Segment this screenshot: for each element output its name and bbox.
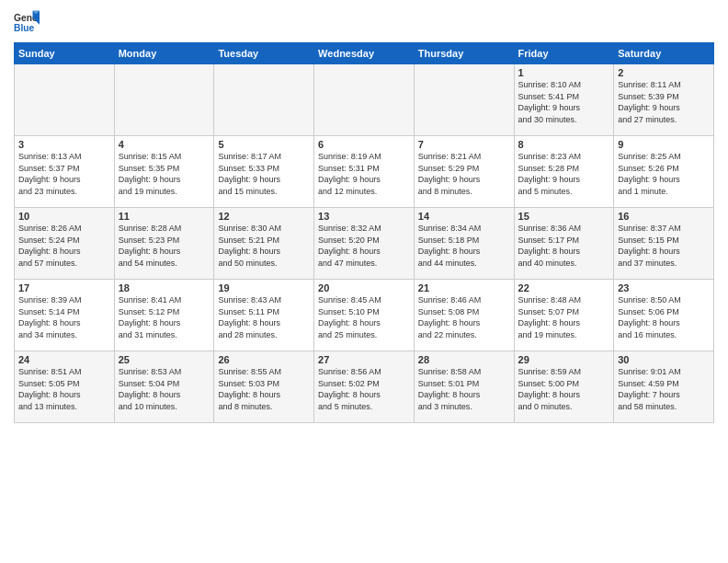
weekday-header-saturday: Saturday [614,43,714,64]
day-number: 15 [518,211,610,222]
table-cell: 17Sunrise: 8:39 AM Sunset: 5:14 PM Dayli… [15,280,115,351]
day-number: 10 [18,211,110,222]
table-cell: 16Sunrise: 8:37 AM Sunset: 5:15 PM Dayli… [614,208,714,280]
day-info: Sunrise: 8:39 AM Sunset: 5:14 PM Dayligh… [18,294,110,340]
day-number: 23 [618,282,710,293]
day-number: 16 [618,211,710,222]
day-number: 25 [119,354,210,365]
table-cell [214,64,314,136]
day-info: Sunrise: 8:51 AM Sunset: 5:05 PM Dayligh… [18,366,110,412]
day-info: Sunrise: 8:23 AM Sunset: 5:28 PM Dayligh… [518,151,610,197]
day-info: Sunrise: 8:26 AM Sunset: 5:24 PM Dayligh… [18,223,110,269]
day-number: 26 [218,354,310,365]
day-info: Sunrise: 8:25 AM Sunset: 5:26 PM Dayligh… [618,151,710,197]
table-cell: 23Sunrise: 8:50 AM Sunset: 5:06 PM Dayli… [614,280,714,351]
table-cell: 7Sunrise: 8:21 AM Sunset: 5:29 PM Daylig… [414,136,514,208]
day-info: Sunrise: 8:15 AM Sunset: 5:35 PM Dayligh… [119,151,210,197]
day-info: Sunrise: 8:21 AM Sunset: 5:29 PM Dayligh… [418,151,510,197]
header: General Blue [14,9,714,35]
table-cell [15,64,115,136]
day-info: Sunrise: 8:48 AM Sunset: 5:07 PM Dayligh… [518,294,610,340]
day-number: 1 [518,67,610,78]
table-cell: 30Sunrise: 9:01 AM Sunset: 4:59 PM Dayli… [614,351,714,423]
day-number: 9 [618,139,710,150]
day-info: Sunrise: 8:56 AM Sunset: 5:02 PM Dayligh… [318,366,410,412]
day-info: Sunrise: 9:01 AM Sunset: 4:59 PM Dayligh… [618,366,710,412]
table-cell: 9Sunrise: 8:25 AM Sunset: 5:26 PM Daylig… [614,136,714,208]
svg-text:Blue: Blue [14,23,35,33]
day-info: Sunrise: 8:13 AM Sunset: 5:37 PM Dayligh… [18,151,110,197]
day-info: Sunrise: 8:19 AM Sunset: 5:31 PM Dayligh… [318,151,410,197]
table-cell: 24Sunrise: 8:51 AM Sunset: 5:05 PM Dayli… [15,351,115,423]
day-number: 30 [618,354,710,365]
table-cell: 3Sunrise: 8:13 AM Sunset: 5:37 PM Daylig… [15,136,115,208]
day-info: Sunrise: 8:55 AM Sunset: 5:03 PM Dayligh… [218,366,310,412]
table-cell: 14Sunrise: 8:34 AM Sunset: 5:18 PM Dayli… [414,208,514,280]
day-info: Sunrise: 8:41 AM Sunset: 5:12 PM Dayligh… [119,294,210,340]
table-cell: 15Sunrise: 8:36 AM Sunset: 5:17 PM Dayli… [514,208,614,280]
table-cell: 11Sunrise: 8:28 AM Sunset: 5:23 PM Dayli… [114,208,214,280]
day-info: Sunrise: 8:53 AM Sunset: 5:04 PM Dayligh… [119,366,210,412]
day-number: 5 [218,139,310,150]
weekday-header-tuesday: Tuesday [214,43,314,64]
day-number: 11 [119,211,210,222]
day-number: 22 [518,282,610,293]
weekday-header-sunday: Sunday [15,43,115,64]
day-info: Sunrise: 8:34 AM Sunset: 5:18 PM Dayligh… [418,223,510,269]
day-info: Sunrise: 8:28 AM Sunset: 5:23 PM Dayligh… [119,223,210,269]
main-container: General Blue SundayMondayTuesdayWednesda… [0,0,728,428]
day-number: 17 [18,282,110,293]
table-cell [314,64,415,136]
table-cell: 12Sunrise: 8:30 AM Sunset: 5:21 PM Dayli… [214,208,314,280]
table-cell: 26Sunrise: 8:55 AM Sunset: 5:03 PM Dayli… [214,351,314,423]
day-info: Sunrise: 8:17 AM Sunset: 5:33 PM Dayligh… [218,151,310,197]
day-number: 6 [318,139,410,150]
day-info: Sunrise: 8:32 AM Sunset: 5:20 PM Dayligh… [318,223,410,269]
table-cell: 19Sunrise: 8:43 AM Sunset: 5:11 PM Dayli… [214,280,314,351]
day-number: 8 [518,139,610,150]
day-info: Sunrise: 8:37 AM Sunset: 5:15 PM Dayligh… [618,223,710,269]
day-number: 18 [119,282,210,293]
day-number: 19 [218,282,310,293]
day-info: Sunrise: 8:11 AM Sunset: 5:39 PM Dayligh… [618,79,710,125]
day-info: Sunrise: 8:58 AM Sunset: 5:01 PM Dayligh… [418,366,510,412]
table-cell: 8Sunrise: 8:23 AM Sunset: 5:28 PM Daylig… [514,136,614,208]
day-info: Sunrise: 8:45 AM Sunset: 5:10 PM Dayligh… [318,294,410,340]
day-number: 27 [318,354,410,365]
logo: General Blue [14,9,43,35]
table-cell: 5Sunrise: 8:17 AM Sunset: 5:33 PM Daylig… [214,136,314,208]
table-cell: 28Sunrise: 8:58 AM Sunset: 5:01 PM Dayli… [414,351,514,423]
weekday-header-friday: Friday [514,43,614,64]
table-cell: 4Sunrise: 8:15 AM Sunset: 5:35 PM Daylig… [114,136,214,208]
logo-icon: General Blue [14,9,40,35]
table-cell: 2Sunrise: 8:11 AM Sunset: 5:39 PM Daylig… [614,64,714,136]
table-cell [414,64,514,136]
table-cell [114,64,214,136]
day-number: 20 [318,282,410,293]
week-row-5: 24Sunrise: 8:51 AM Sunset: 5:05 PM Dayli… [15,351,714,423]
table-cell: 22Sunrise: 8:48 AM Sunset: 5:07 PM Dayli… [514,280,614,351]
day-number: 24 [18,354,110,365]
day-number: 7 [418,139,510,150]
day-number: 29 [518,354,610,365]
week-row-1: 1Sunrise: 8:10 AM Sunset: 5:41 PM Daylig… [15,64,714,136]
day-info: Sunrise: 8:10 AM Sunset: 5:41 PM Dayligh… [518,79,610,125]
table-cell: 13Sunrise: 8:32 AM Sunset: 5:20 PM Dayli… [314,208,415,280]
day-number: 28 [418,354,510,365]
weekday-header-row: SundayMondayTuesdayWednesdayThursdayFrid… [15,43,714,64]
table-cell: 21Sunrise: 8:46 AM Sunset: 5:08 PM Dayli… [414,280,514,351]
table-cell: 25Sunrise: 8:53 AM Sunset: 5:04 PM Dayli… [114,351,214,423]
table-cell: 6Sunrise: 8:19 AM Sunset: 5:31 PM Daylig… [314,136,415,208]
day-number: 13 [318,211,410,222]
weekday-header-monday: Monday [114,43,214,64]
table-cell: 29Sunrise: 8:59 AM Sunset: 5:00 PM Dayli… [514,351,614,423]
weekday-header-wednesday: Wednesday [314,43,415,64]
week-row-4: 17Sunrise: 8:39 AM Sunset: 5:14 PM Dayli… [15,280,714,351]
day-info: Sunrise: 8:36 AM Sunset: 5:17 PM Dayligh… [518,223,610,269]
day-info: Sunrise: 8:50 AM Sunset: 5:06 PM Dayligh… [618,294,710,340]
table-cell: 10Sunrise: 8:26 AM Sunset: 5:24 PM Dayli… [15,208,115,280]
table-cell: 27Sunrise: 8:56 AM Sunset: 5:02 PM Dayli… [314,351,415,423]
day-info: Sunrise: 8:30 AM Sunset: 5:21 PM Dayligh… [218,223,310,269]
day-number: 4 [119,139,210,150]
table-cell: 1Sunrise: 8:10 AM Sunset: 5:41 PM Daylig… [514,64,614,136]
